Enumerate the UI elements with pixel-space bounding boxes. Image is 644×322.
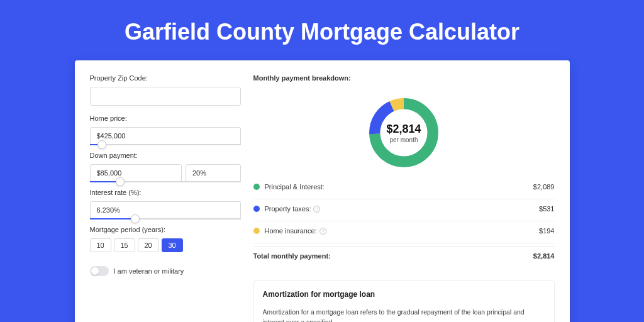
down-slider-thumb[interactable]	[116, 177, 125, 186]
period-label: Mortgage period (years):	[90, 226, 241, 233]
legend-dot	[253, 206, 260, 212]
rate-slider-thumb[interactable]	[131, 214, 140, 223]
breakdown-column: Monthly payment breakdown: $2,814 per mo…	[253, 74, 555, 322]
legend-value: $531	[539, 205, 554, 213]
legend-row: Principal & Interest:$2,089	[253, 177, 555, 196]
veteran-label: I am veteran or military	[114, 267, 184, 275]
breakdown-header: Monthly payment breakdown:	[253, 74, 555, 82]
price-slider[interactable]	[90, 144, 241, 145]
legend-dot	[253, 228, 260, 234]
payment-donut-chart: $2,814 per month	[365, 94, 442, 171]
calculator-card: Property Zip Code: Home price: Down paym…	[75, 60, 570, 322]
period-option-10[interactable]: 10	[90, 238, 111, 252]
page-title: Garfield County Mortgage Calculator	[0, 0, 644, 60]
period-options: 10152030	[90, 238, 241, 252]
inputs-column: Property Zip Code: Home price: Down paym…	[90, 74, 241, 322]
legend-label: Property taxes:	[265, 205, 311, 213]
legend-dot	[253, 184, 260, 190]
legend-label: Principal & Interest:	[265, 183, 325, 191]
legend-row: Home insurance:?$194	[253, 221, 555, 240]
down-pct-input[interactable]	[186, 164, 241, 182]
period-option-15[interactable]: 15	[114, 238, 135, 252]
down-label: Down payment:	[90, 152, 241, 159]
rate-input[interactable]	[90, 201, 241, 219]
info-icon[interactable]: ?	[319, 228, 326, 235]
down-amount-input[interactable]	[90, 164, 182, 182]
total-value: $2,814	[533, 252, 555, 260]
legend-label: Home insurance:	[265, 227, 317, 235]
info-icon[interactable]: ?	[313, 206, 320, 213]
legend-value: $194	[539, 227, 554, 235]
donut-sub: per month	[389, 136, 418, 143]
zip-input[interactable]	[90, 87, 241, 106]
rate-slider[interactable]	[90, 218, 241, 219]
down-slider[interactable]	[90, 181, 241, 182]
price-slider-thumb[interactable]	[97, 140, 106, 149]
amort-body: Amortization for a mortgage loan refers …	[263, 308, 545, 322]
rate-label: Interest rate (%):	[90, 189, 241, 196]
price-input[interactable]	[90, 127, 241, 145]
veteran-toggle[interactable]	[90, 266, 109, 276]
legend-row: Property taxes:?$531	[253, 199, 555, 218]
zip-label: Property Zip Code:	[90, 74, 241, 82]
period-option-20[interactable]: 20	[138, 238, 159, 252]
amortization-section: Amortization for mortgage loan Amortizat…	[253, 280, 555, 322]
price-label: Home price:	[90, 114, 241, 122]
period-option-30[interactable]: 30	[162, 238, 183, 252]
total-label: Total monthly payment:	[253, 252, 331, 260]
amort-title: Amortization for mortgage loan	[263, 290, 545, 299]
legend-value: $2,089	[533, 183, 555, 191]
donut-amount: $2,814	[386, 123, 421, 136]
legend-list: Principal & Interest:$2,089Property taxe…	[253, 177, 555, 243]
